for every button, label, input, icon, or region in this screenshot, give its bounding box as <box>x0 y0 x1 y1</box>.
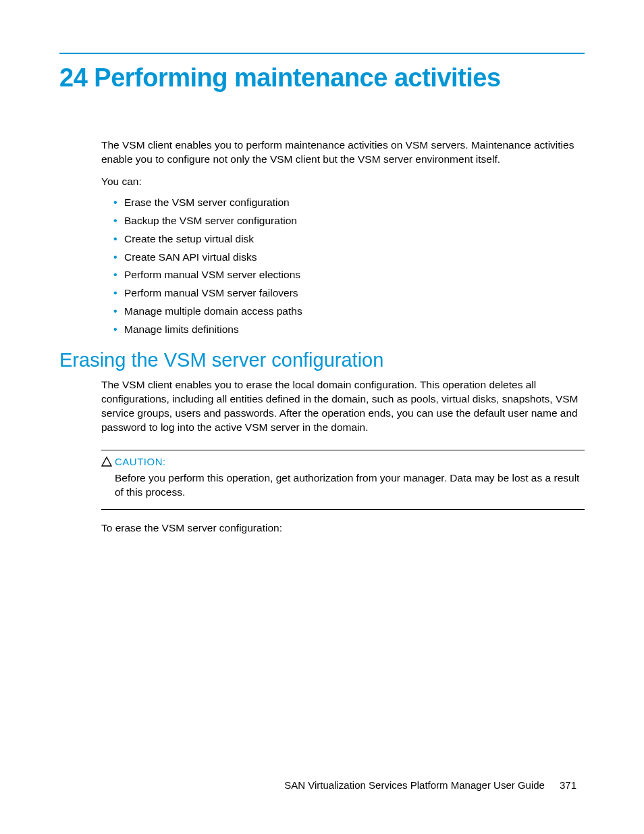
caution-rule-bottom <box>101 509 585 510</box>
intro-lead: You can: <box>101 175 585 189</box>
svg-marker-0 <box>102 457 111 466</box>
list-item: Erase the VSM server configuration <box>101 196 585 210</box>
intro-bullet-list: Erase the VSM server configuration Backu… <box>101 196 585 337</box>
caution-label: CAUTION: <box>115 456 585 467</box>
list-item: Perform manual VSM server failovers <box>101 286 585 301</box>
list-item: Backup the VSM server configuration <box>101 214 585 228</box>
list-item: Create SAN API virtual disks <box>101 251 585 265</box>
intro-paragraph: The VSM client enables you to perform ma… <box>101 138 585 167</box>
section-paragraph: The VSM client enables you to erase the … <box>101 378 585 435</box>
caution-icon <box>101 457 112 467</box>
list-item: Create the setup virtual disk <box>101 232 585 246</box>
footer-doc-title: SAN Virtualization Services Platform Man… <box>284 779 545 791</box>
after-caution-text: To erase the VSM server configuration: <box>101 522 585 534</box>
footer-page-number: 371 <box>560 779 576 791</box>
chapter-rule <box>59 53 585 54</box>
list-item: Manage multiple domain access paths <box>101 305 585 319</box>
chapter-title: 24 Performing maintenance activities <box>59 63 585 93</box>
list-item: Perform manual VSM server elections <box>101 268 585 282</box>
caution-block: CAUTION: Before you perform this operati… <box>101 450 585 510</box>
caution-text: Before you perform this operation, get a… <box>115 471 585 500</box>
page-footer: SAN Virtualization Services Platform Man… <box>284 779 576 791</box>
list-item: Manage limits definitions <box>101 323 585 337</box>
section-title: Erasing the VSM server configuration <box>59 349 585 371</box>
